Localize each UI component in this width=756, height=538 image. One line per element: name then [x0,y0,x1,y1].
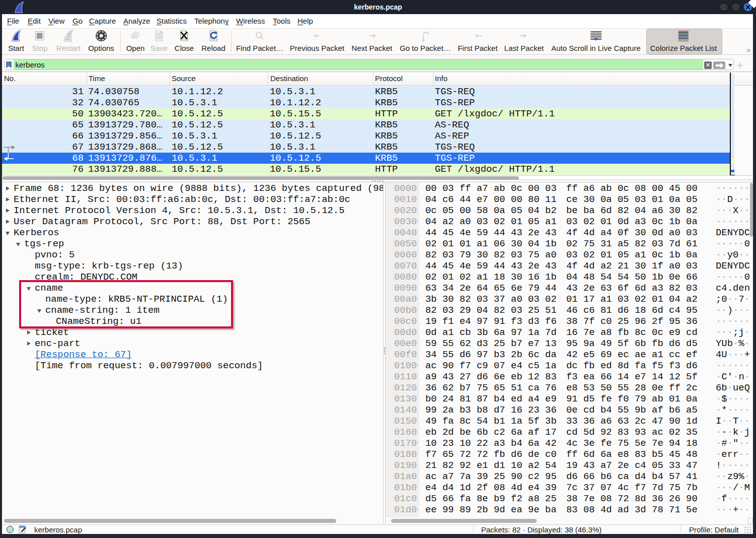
svg-text:0111: 0111 [157,37,162,40]
